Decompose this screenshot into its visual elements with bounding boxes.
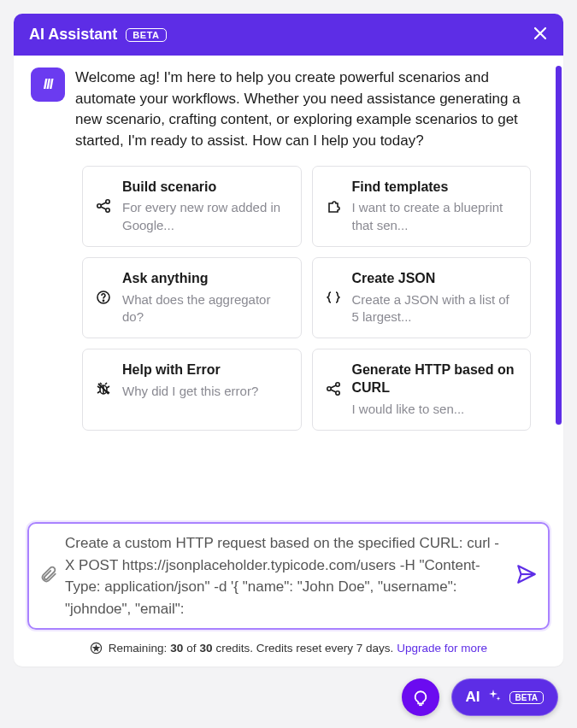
welcome-text: Welcome ag! I'm here to help you create … xyxy=(75,68,531,152)
scrollbar-thumb[interactable] xyxy=(556,66,562,425)
credits-current: 30 xyxy=(170,642,183,655)
svg-point-1 xyxy=(106,199,109,203)
card-title: Help with Error xyxy=(122,361,289,379)
card-subtitle: What does the aggregator do? xyxy=(122,291,289,326)
card-help-with-error[interactable]: Help with Error Why did I get this error… xyxy=(82,349,302,431)
help-fab[interactable] xyxy=(402,678,439,716)
composer-input[interactable]: Create a custom HTTP request based on th… xyxy=(65,532,509,619)
card-subtitle: Why did I get this error? xyxy=(122,383,289,400)
composer-area: Create a custom HTTP request based on th… xyxy=(14,519,563,637)
panel-header: AI Assistant BETA xyxy=(14,14,563,56)
card-subtitle: For every new row added in Google... xyxy=(122,199,289,234)
card-create-json[interactable]: Create JSON Create a JSON with a list of… xyxy=(312,257,532,338)
share-icon xyxy=(95,197,112,214)
star-icon xyxy=(90,642,103,655)
puzzle-icon xyxy=(325,197,342,214)
svg-point-4 xyxy=(103,300,103,301)
composer: Create a custom HTTP request based on th… xyxy=(27,522,550,630)
credits-suffix: credits. Credits reset every 7 days. xyxy=(215,642,393,655)
credits-of: of xyxy=(186,642,196,655)
sparkle-icon xyxy=(487,688,503,707)
credits-prefix: Remaining: xyxy=(109,642,167,655)
floating-actions: AI BETA xyxy=(402,678,558,716)
assistant-message: III Welcome ag! I'm here to help you cre… xyxy=(31,68,546,152)
card-subtitle: Create a JSON with a list of 5 largest..… xyxy=(352,291,519,326)
braces-icon xyxy=(325,289,342,306)
suggestion-cards: Build scenario For every new row added i… xyxy=(82,166,531,431)
card-generate-http[interactable]: Generate HTTP based on CURL I would like… xyxy=(312,349,532,431)
ai-beta-badge: BETA xyxy=(509,691,544,704)
ai-assistant-panel: AI Assistant BETA III Welcome ag! I'm he… xyxy=(14,14,563,666)
upgrade-link[interactable]: Upgrade for more xyxy=(397,642,487,655)
card-build-scenario[interactable]: Build scenario For every new row added i… xyxy=(82,166,302,247)
ai-launcher[interactable]: AI BETA xyxy=(451,678,558,716)
card-title: Build scenario xyxy=(122,179,289,197)
card-subtitle: I would like to sen... xyxy=(352,401,519,418)
send-icon[interactable] xyxy=(515,563,538,589)
close-icon[interactable] xyxy=(533,26,548,44)
card-find-templates[interactable]: Find templates I want to create a bluepr… xyxy=(312,166,532,247)
credits-footer: Remaining: 30 of 30 credits. Credits res… xyxy=(14,637,563,666)
svg-point-0 xyxy=(97,203,101,207)
assistant-avatar: III xyxy=(31,68,65,102)
svg-point-2 xyxy=(106,208,109,211)
svg-point-8 xyxy=(335,391,339,395)
card-title: Create JSON xyxy=(352,270,519,288)
card-subtitle: I want to create a blueprint that sen... xyxy=(352,199,519,234)
bug-icon xyxy=(95,380,112,397)
card-title: Find templates xyxy=(352,179,519,197)
ai-label: AI xyxy=(466,689,480,706)
paperclip-icon[interactable] xyxy=(39,565,58,587)
header-title: AI Assistant xyxy=(29,26,117,44)
beta-badge: BETA xyxy=(126,28,166,42)
svg-point-6 xyxy=(327,387,330,390)
chat-body: III Welcome ag! I'm here to help you cre… xyxy=(14,56,563,519)
share-icon xyxy=(325,380,342,397)
card-title: Generate HTTP based on CURL xyxy=(352,361,519,397)
svg-point-7 xyxy=(335,383,339,386)
card-ask-anything[interactable]: Ask anything What does the aggregator do… xyxy=(82,257,302,338)
credits-total: 30 xyxy=(199,642,212,655)
card-title: Ask anything xyxy=(122,270,289,288)
question-circle-icon xyxy=(95,289,112,306)
